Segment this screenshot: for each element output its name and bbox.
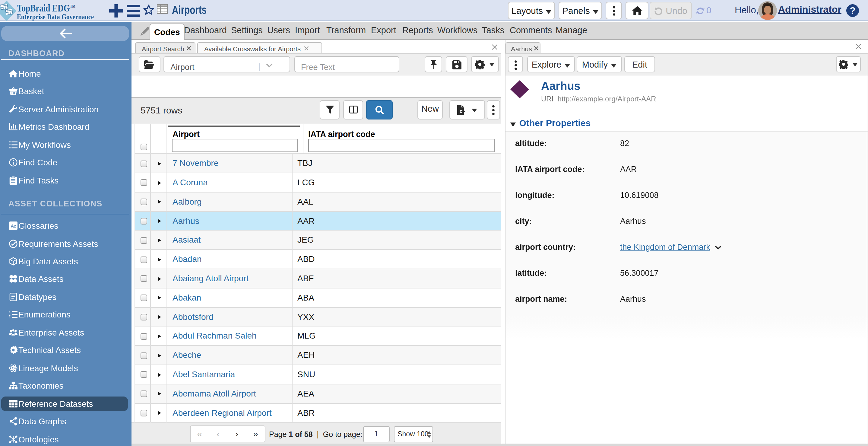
svg-text:3: 3	[9, 316, 10, 319]
svg-text:1: 1	[9, 311, 10, 314]
svg-text:Az: Az	[11, 223, 16, 229]
